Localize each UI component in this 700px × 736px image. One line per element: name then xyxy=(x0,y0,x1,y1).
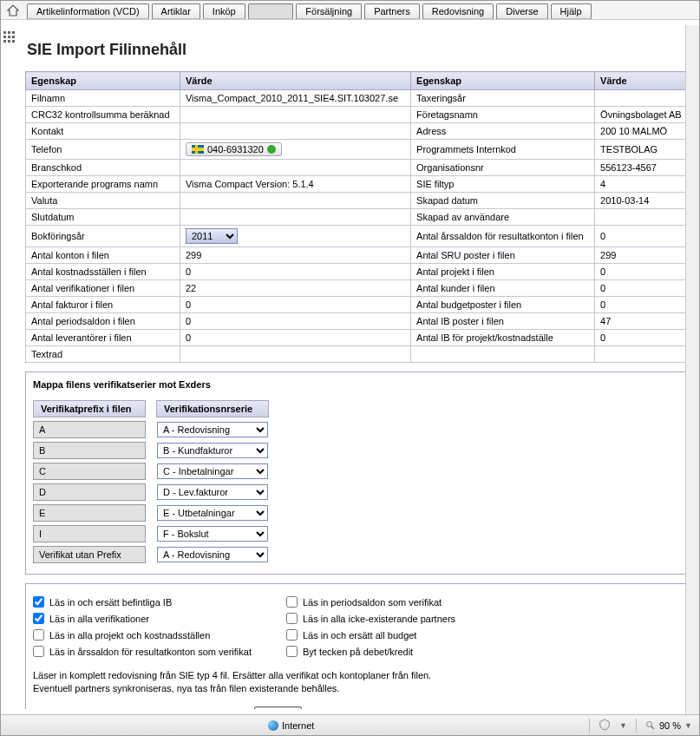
prefix-cell: A xyxy=(33,421,146,438)
main-tabs: Artikelinformation (VCD)ArtiklarInköp Fö… xyxy=(27,3,592,19)
checkbox[interactable] xyxy=(33,596,44,608)
prop-label: Telefon xyxy=(26,140,180,160)
prop-label: Antal kostnadsställen i filen xyxy=(26,264,180,280)
prop-value xyxy=(180,107,410,123)
table-row: Bokföringsår2011Antal årssaldon för resu… xyxy=(26,226,690,247)
checkbox-row[interactable]: Läs in alla verifikationer xyxy=(33,613,252,624)
checkbox-row[interactable]: Läs in och ersätt all budget xyxy=(286,629,455,641)
tab-3[interactable] xyxy=(248,3,294,19)
spara-prefix-text: Tryck Spara för ersätta all bokföring me… xyxy=(33,708,254,709)
series-select-4[interactable]: E - Utbetalningar xyxy=(157,505,268,521)
properties-table: Egenskap Värde Egenskap Värde FilnamnVis… xyxy=(25,71,690,363)
tab-0[interactable]: Artikelinformation (VCD) xyxy=(27,3,149,19)
svg-rect-7 xyxy=(8,40,10,43)
prop-value: 556123-4567 xyxy=(595,160,690,176)
checkbox-row[interactable]: Läs in och ersätt befintliga IB xyxy=(33,596,252,608)
table-row: KontaktAdress200 10 MALMÖ xyxy=(26,123,690,140)
prop-value: 0 xyxy=(595,226,690,247)
status-internet-label: Internet xyxy=(282,720,314,731)
prop-label: Slutdatum xyxy=(26,209,180,226)
map-row: CC - Inbetalningar xyxy=(33,463,269,480)
tab-6[interactable]: Redovisning xyxy=(422,3,494,19)
prop-label: Textrad xyxy=(26,346,180,363)
prop-value xyxy=(595,209,690,226)
checkbox-row[interactable]: Byt tecken på debet/kredit xyxy=(286,646,455,657)
header-varde-2: Värde xyxy=(595,72,690,90)
prop-value xyxy=(180,193,410,209)
prop-value: 0 xyxy=(595,280,690,297)
prop-value xyxy=(180,209,410,226)
checkbox-row[interactable]: Läs in periodsaldon som verifikat xyxy=(286,596,455,608)
phone-badge[interactable]: 040-6931320 xyxy=(186,142,282,156)
table-row: ValutaSkapad datum2010-03-14 xyxy=(26,193,690,209)
svg-rect-2 xyxy=(12,31,15,34)
prop-label: Antal konton i filen xyxy=(26,247,180,264)
prop-value: 2011 xyxy=(180,226,410,247)
prop-label: Bokföringsår xyxy=(26,226,180,247)
prefix-cell: I xyxy=(33,525,146,542)
map-row: BB - Kundfakturor xyxy=(33,442,269,459)
prop-label: Programmets Internkod xyxy=(411,140,595,160)
prop-label: Antal projekt i filen xyxy=(411,264,595,280)
prop-value: TESTBOLAG xyxy=(595,140,690,160)
prop-value: 0 xyxy=(180,313,410,330)
table-row: Antal fakturor i filen0Antal budgetposte… xyxy=(26,297,690,313)
vertical-scrollbar[interactable] xyxy=(685,25,699,714)
prop-value: Visma_Compact_2010_2011_SIE4.SIT.103027.… xyxy=(180,90,410,107)
zoom-value: 90 % xyxy=(659,720,681,731)
checkbox-label: Läs in årssaldon för resultatkonton som … xyxy=(49,647,252,657)
series-select-1[interactable]: B - Kundfakturor xyxy=(157,443,268,458)
prop-label: Adress xyxy=(411,123,595,140)
apps-grid-icon[interactable] xyxy=(3,30,16,46)
mapping-section: Mappa filens verifikatserier mot Exders … xyxy=(25,371,690,575)
series-select-5[interactable]: F - Bokslut xyxy=(157,526,268,542)
bokforingsar-select[interactable]: 2011 xyxy=(186,228,238,244)
prop-label: CRC32 kontrollsumma beräknad xyxy=(26,107,180,123)
prop-label: Antal budgetposter i filen xyxy=(411,297,595,313)
prefix-cell: D xyxy=(33,483,146,501)
zoom-control[interactable]: 90 % ▼ xyxy=(645,720,692,731)
series-select-0[interactable]: A - Redovisning xyxy=(157,422,268,437)
checkbox-label: Läs in periodsaldon som verifikat xyxy=(303,597,442,608)
prop-label: Antal kunder i filen xyxy=(411,280,595,297)
home-icon[interactable] xyxy=(6,3,20,19)
series-select-6[interactable]: A - Redovisning xyxy=(157,547,268,562)
globe-icon xyxy=(268,720,278,731)
checkbox-label: Läs in alla projekt och kostnadsställen xyxy=(49,630,210,641)
prop-label: Företagsnamn xyxy=(411,107,595,123)
prefix-cell: C xyxy=(33,463,146,480)
table-row: Textrad xyxy=(26,346,690,363)
checkbox-row[interactable]: Läs in alla projekt och kostnadsställen xyxy=(33,629,252,641)
header-egenskap-1: Egenskap xyxy=(26,72,180,90)
tab-5[interactable]: Partners xyxy=(364,3,420,19)
checkbox-row[interactable]: Läs in årssaldon för resultatkonton som … xyxy=(33,646,252,657)
spara-button[interactable]: SPARA xyxy=(254,706,303,709)
table-row: Exporterande programs namnVisma Compact … xyxy=(26,176,690,193)
prefix-cell: E xyxy=(33,504,146,522)
tab-7[interactable]: Diverse xyxy=(496,3,547,19)
tab-8[interactable]: Hjälp xyxy=(551,3,592,19)
checkbox[interactable] xyxy=(286,596,298,608)
prop-label: SIE filtyp xyxy=(411,176,595,193)
prop-value: 47 xyxy=(595,313,690,330)
checkbox[interactable] xyxy=(33,646,44,657)
checkbox[interactable] xyxy=(33,613,44,624)
checkbox[interactable] xyxy=(286,629,298,641)
series-select-2[interactable]: C - Inbetalningar xyxy=(157,463,268,479)
series-select-3[interactable]: D - Lev.fakturor xyxy=(157,484,268,500)
checkbox[interactable] xyxy=(33,629,44,641)
status-internet: Internet xyxy=(268,720,314,731)
prop-value: 299 xyxy=(180,247,410,264)
header-varde-1: Värde xyxy=(180,72,410,90)
checkbox-row[interactable]: Läs in alla icke-existerande partners xyxy=(286,613,455,624)
tab-1[interactable]: Artiklar xyxy=(152,3,200,19)
prop-label: Antal årssaldon för resultatkonton i fil… xyxy=(411,226,595,247)
tab-4[interactable]: Försäljning xyxy=(296,3,362,19)
prop-label: Antal leverantörer i filen xyxy=(26,330,180,346)
prop-value: 200 10 MALMÖ xyxy=(595,123,690,140)
svg-rect-5 xyxy=(12,36,15,38)
tab-2[interactable]: Inköp xyxy=(203,3,245,19)
security-icon[interactable] xyxy=(599,719,611,733)
checkbox[interactable] xyxy=(286,646,298,657)
checkbox[interactable] xyxy=(286,613,298,624)
